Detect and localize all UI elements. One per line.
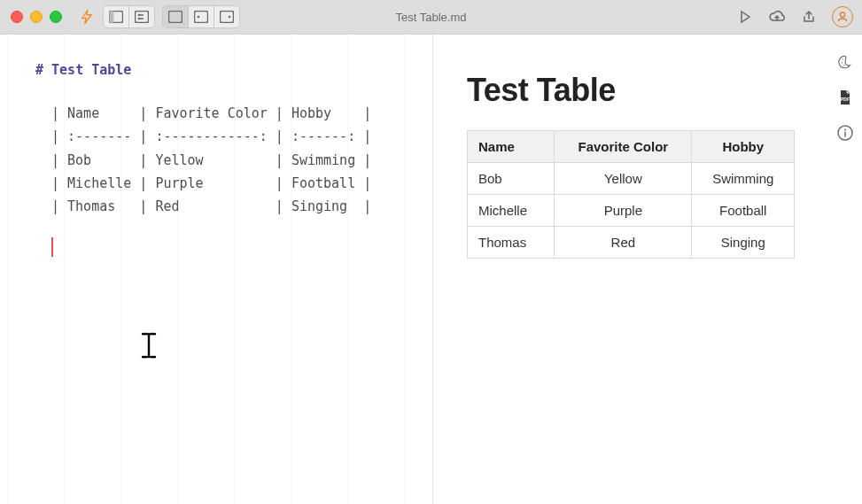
cloud-upload-icon[interactable] [768,10,786,24]
i-beam-cursor-icon [140,332,158,359]
editor-line: | Bob | Yellow | Swimming | [35,149,416,172]
editor-line: | Name | Favorite Color | Hobby | [35,102,416,125]
svg-text:PDF: PDF [841,97,850,102]
svg-rect-6 [195,12,208,23]
minimize-window-button[interactable] [30,11,43,23]
sidebar-panel-button[interactable] [104,6,128,27]
theme-icon[interactable] [837,54,853,70]
bolt-icon[interactable] [78,8,96,26]
svg-rect-2 [136,12,149,23]
view-mode-group [162,5,240,28]
svg-rect-1 [110,12,114,23]
table-header-cell: Name [468,131,555,163]
table-header-cell: Favorite Color [555,131,692,163]
table-cell: Bob [468,163,555,195]
table-row: Thomas Red Singing [468,227,795,259]
svg-rect-8 [221,12,234,23]
sidebar-toggle-group [103,5,155,28]
preview-heading: Test Table [467,72,795,109]
table-cell: Singing [692,227,795,259]
table-cell: Michelle [468,195,555,227]
editor-view-button[interactable] [163,6,188,27]
svg-point-12 [842,62,843,64]
table-header-row: Name Favorite Color Hobby [468,131,795,163]
right-tool-strip: PDF [828,35,862,504]
outline-panel-button[interactable] [128,6,154,27]
preview-table: Name Favorite Color Hobby Bob Yellow Swi… [467,130,795,259]
run-icon[interactable] [738,10,752,24]
titlebar: Test Table.md [0,0,862,35]
editor-line: | Michelle | Purple | Football | [35,172,416,195]
table-header-cell: Hobby [692,131,795,163]
editor-line: | :------- | :------------: | :------: | [35,125,416,148]
preview-pane: Test Table Name Favorite Color Hobby Bob… [433,35,828,504]
table-row: Bob Yellow Swimming [468,163,795,195]
preview-view-button[interactable] [214,6,239,27]
workspace: # Test Table | Name | Favorite Color | H… [0,35,862,504]
window-controls [11,11,62,23]
svg-point-7 [198,16,200,19]
svg-rect-5 [169,12,182,23]
split-view-button[interactable] [188,6,214,27]
svg-point-9 [229,16,231,19]
table-cell: Thomas [468,227,555,259]
svg-point-16 [844,129,846,131]
account-avatar[interactable] [832,6,853,27]
table-cell: Football [692,195,795,227]
svg-point-11 [842,58,843,60]
export-pdf-icon[interactable]: PDF [838,89,852,105]
info-icon[interactable] [837,125,853,141]
editor-heading-line: # Test Table [35,59,416,81]
share-icon[interactable] [802,10,816,24]
editor-line: | Thomas | Red | Singing | [35,195,416,218]
svg-point-10 [840,12,844,17]
svg-point-13 [844,65,846,66]
close-window-button[interactable] [11,11,23,23]
text-cursor [51,237,416,257]
table-cell: Red [555,227,692,259]
editor-pane[interactable]: # Test Table | Name | Favorite Color | H… [0,35,432,504]
table-cell: Purple [555,195,692,227]
table-cell: Swimming [692,163,795,195]
fullscreen-window-button[interactable] [50,11,62,23]
table-row: Michelle Purple Football [468,195,795,227]
table-cell: Yellow [555,163,692,195]
